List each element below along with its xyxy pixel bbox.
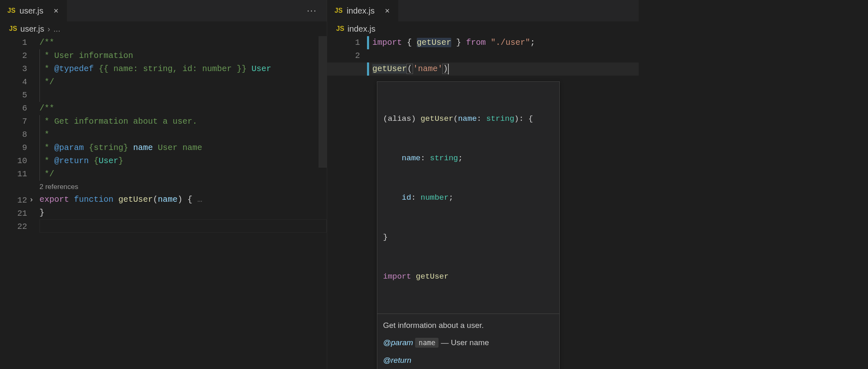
text-cursor (448, 64, 449, 74)
breadcrumb-file: index.js (348, 24, 376, 34)
hover-documentation: Get information about a user. @param nam… (377, 314, 559, 369)
tab-user-js[interactable]: JS user.js × (0, 0, 67, 21)
js-file-icon: JS (9, 25, 17, 32)
hover-signature: (alias) getUser(name: string): { name: s… (377, 82, 559, 314)
editor-pane-left: JS user.js × ··· JS user.js › ... 1 2 3 … (0, 0, 327, 369)
hover-doc-summary: Get information about a user. (383, 319, 554, 332)
signature-hover-tooltip: (alias) getUser(name: string): { name: s… (377, 81, 560, 369)
close-icon[interactable]: × (383, 6, 392, 16)
line-number-gutter: 1 2 3 (327, 36, 372, 369)
tab-bar-left: JS user.js × ··· (0, 0, 327, 21)
js-file-icon: JS (336, 25, 344, 32)
code-body[interactable]: /** * User information * @typedef {{ nam… (39, 36, 327, 369)
more-actions-icon[interactable]: ··· (297, 5, 327, 16)
tab-label: user.js (20, 6, 44, 16)
scrollbar-thumb[interactable] (319, 36, 327, 168)
close-icon[interactable]: × (51, 6, 60, 16)
fold-icon[interactable]: › (29, 193, 34, 206)
code-editor-left[interactable]: 1 2 3 4 5 6 7 8 9 10 11 12 21 22 /** * U… (0, 36, 327, 369)
breadcrumb-left[interactable]: JS user.js › ... (0, 21, 327, 36)
tab-index-js[interactable]: JS index.js × (327, 0, 398, 21)
chevron-right-icon: › (47, 24, 50, 34)
tab-label: index.js (347, 6, 375, 16)
code-lens-references[interactable]: 2 references (39, 181, 327, 193)
empty-editor-area (639, 0, 868, 369)
breadcrumb-rest: ... (53, 24, 60, 34)
breadcrumb-right[interactable]: JS index.js (327, 21, 639, 36)
git-gutter-modified (367, 62, 369, 76)
git-gutter-modified (367, 36, 369, 49)
breadcrumb-file: user.js (21, 24, 44, 34)
tab-bar-right: JS index.js × (327, 0, 639, 21)
js-file-icon: JS (7, 7, 16, 14)
js-file-icon: JS (335, 7, 343, 14)
